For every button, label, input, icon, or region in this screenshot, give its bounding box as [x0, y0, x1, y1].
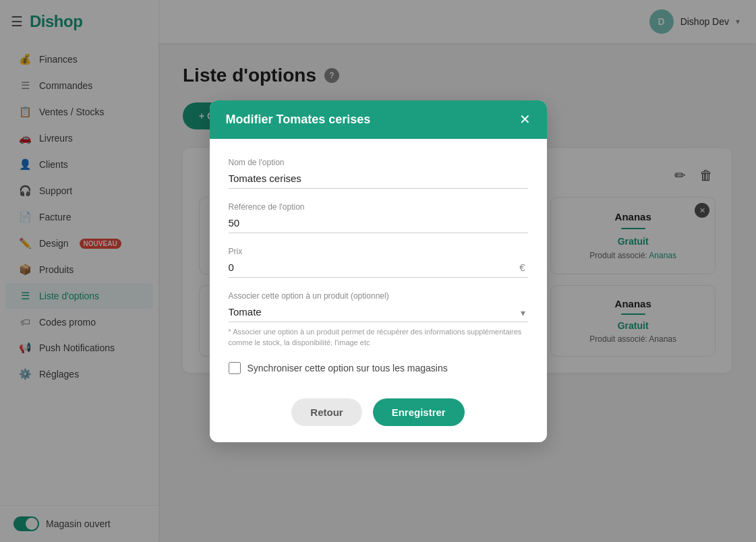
nom-input[interactable]	[229, 170, 528, 189]
modal-modifier: Modifier Tomates cerises ✕ Nom de l'opti…	[210, 100, 547, 442]
sync-checkbox[interactable]	[229, 362, 241, 374]
form-group-nom: Nom de l'option	[229, 158, 528, 189]
modal-header: Modifier Tomates cerises ✕	[210, 100, 547, 139]
associer-select[interactable]: Tomate Carotte Feta Ananas	[229, 303, 528, 322]
prix-input[interactable]	[229, 259, 528, 278]
prix-label: Prix	[229, 247, 528, 256]
select-wrap: Tomate Carotte Feta Ananas ▾	[229, 303, 528, 322]
ref-input[interactable]	[229, 214, 528, 233]
form-group-ref: Référence de l'option	[229, 202, 528, 233]
modal-title: Modifier Tomates cerises	[226, 113, 371, 127]
modal-footer: Retour Enregistrer	[210, 388, 547, 442]
price-input-wrap: €	[229, 259, 528, 278]
nom-label: Nom de l'option	[229, 158, 528, 167]
retour-button[interactable]: Retour	[291, 398, 361, 426]
enregistrer-button[interactable]: Enregistrer	[373, 398, 465, 426]
form-group-prix: Prix €	[229, 247, 528, 278]
form-group-associer: Associer cette option à un produit (opti…	[229, 291, 528, 349]
modal-overlay: Modifier Tomates cerises ✕ Nom de l'opti…	[0, 0, 756, 542]
currency-symbol: €	[519, 262, 525, 273]
modal-body: Nom de l'option Référence de l'option Pr…	[210, 139, 547, 388]
sync-label: Synchroniser cette option sur tous les m…	[248, 363, 448, 373]
helper-text: * Associer une option à un produit perme…	[229, 326, 528, 349]
ref-label: Référence de l'option	[229, 202, 528, 212]
modal-close-button[interactable]: ✕	[519, 113, 531, 126]
associer-label: Associer cette option à un produit (opti…	[229, 291, 528, 301]
sync-checkbox-row: Synchroniser cette option sur tous les m…	[229, 362, 528, 374]
